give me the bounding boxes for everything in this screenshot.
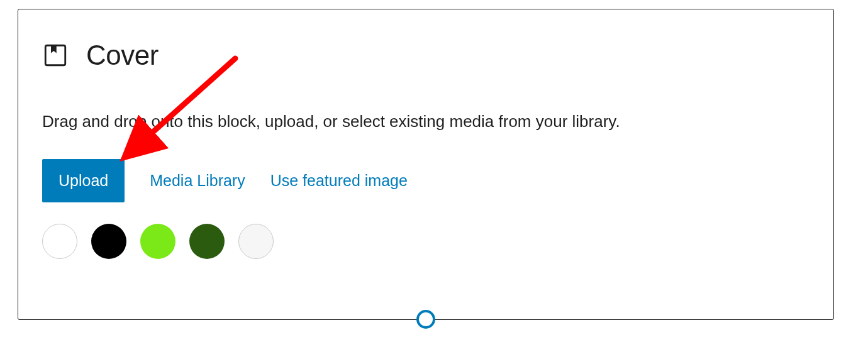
resize-handle[interactable] [416, 310, 435, 329]
color-swatch-off-white[interactable] [238, 224, 274, 259]
use-featured-image-button[interactable]: Use featured image [270, 172, 408, 190]
cover-icon [42, 42, 69, 69]
block-header: Cover [42, 40, 810, 71]
color-swatches [42, 224, 810, 259]
media-library-button[interactable]: Media Library [150, 172, 245, 190]
color-swatch-black[interactable] [91, 224, 126, 259]
block-title: Cover [86, 40, 159, 71]
media-actions: Upload Media Library Use featured image [42, 159, 810, 202]
cover-block-placeholder[interactable]: Cover Drag and drop onto this block, upl… [18, 9, 834, 320]
color-swatch-bright-green[interactable] [140, 224, 175, 259]
block-instructions: Drag and drop onto this block, upload, o… [42, 110, 810, 133]
color-swatch-white[interactable] [42, 224, 77, 259]
color-swatch-dark-green[interactable] [189, 224, 225, 259]
upload-button[interactable]: Upload [42, 159, 125, 202]
